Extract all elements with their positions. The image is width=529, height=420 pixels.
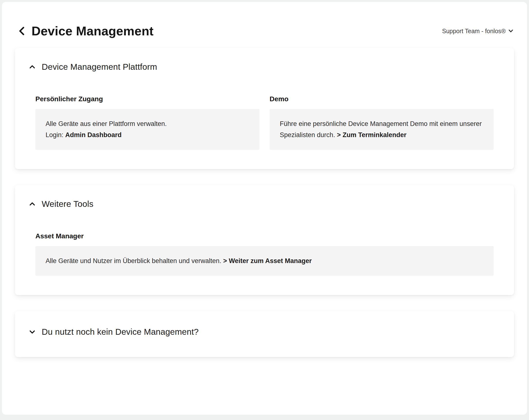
admin-dashboard-link[interactable]: Admin Dashboard xyxy=(65,131,122,139)
section-device-management-plattform: Device Management Plattform Persönlicher… xyxy=(15,48,514,169)
section-weitere-tools: Weitere Tools Asset Manager Alle Geräte … xyxy=(15,185,514,295)
tile-persoenlicher-zugang: Persönlicher Zugang Alle Geräte aus eine… xyxy=(35,95,259,150)
tile-text-line1: Alle Geräte aus einer Plattform verwalte… xyxy=(46,118,249,129)
tile-box-zugang: Alle Geräte aus einer Plattform verwalte… xyxy=(35,109,259,150)
section-title: Du nutzt noch kein Device Management? xyxy=(42,327,198,337)
account-menu[interactable]: Support Team - fonlos® xyxy=(442,28,513,35)
chevron-left-icon xyxy=(18,26,26,36)
chevron-down-icon xyxy=(29,328,36,335)
tile-label: Asset Manager xyxy=(35,232,494,240)
tile-label: Persönlicher Zugang xyxy=(35,95,259,103)
section-title: Device Management Plattform xyxy=(42,62,157,72)
asset-manager-link[interactable]: > Weiter zum Asset Manager xyxy=(223,257,312,265)
section-title: Weitere Tools xyxy=(42,199,93,209)
back-button[interactable] xyxy=(18,26,26,36)
tile-label: Demo xyxy=(270,95,494,103)
tools-tiles: Asset Manager Alle Geräte und Nutzer im … xyxy=(29,232,500,276)
tile-box-demo: Führe eine persönliche Device Management… xyxy=(270,109,494,150)
header-left: Device Management xyxy=(18,24,153,38)
tile-demo: Demo Führe eine persönliche Device Manag… xyxy=(270,95,494,150)
content-area: Device Management Plattform Persönlicher… xyxy=(2,48,527,357)
section-toggle-plattform[interactable]: Device Management Plattform xyxy=(29,62,157,72)
chevron-up-icon xyxy=(29,200,36,208)
login-prefix: Login: xyxy=(46,131,65,139)
page-header: Device Management Support Team - fonlos® xyxy=(2,2,527,48)
chevron-down-icon xyxy=(509,30,513,32)
asset-text: Alle Geräte und Nutzer im Überblick beha… xyxy=(46,257,223,265)
tile-asset-manager: Asset Manager Alle Geräte und Nutzer im … xyxy=(35,232,494,276)
page-title: Device Management xyxy=(31,24,153,38)
section-toggle-tools[interactable]: Weitere Tools xyxy=(29,199,93,209)
terminkalender-link[interactable]: > Zum Terminkalender xyxy=(337,131,407,139)
tile-box-asset-manager: Alle Geräte und Nutzer im Überblick beha… xyxy=(35,246,494,276)
account-menu-label: Support Team - fonlos® xyxy=(442,28,506,35)
section-toggle-cta[interactable]: Du nutzt noch kein Device Management? xyxy=(29,327,198,337)
section-kein-device-management: Du nutzt noch kein Device Management? xyxy=(15,311,514,357)
plattform-tiles: Persönlicher Zugang Alle Geräte aus eine… xyxy=(29,95,500,150)
tile-text-line2: Login: Admin Dashboard xyxy=(46,129,249,140)
chevron-up-icon xyxy=(29,63,36,70)
main-surface: Device Management Support Team - fonlos®… xyxy=(2,2,527,415)
